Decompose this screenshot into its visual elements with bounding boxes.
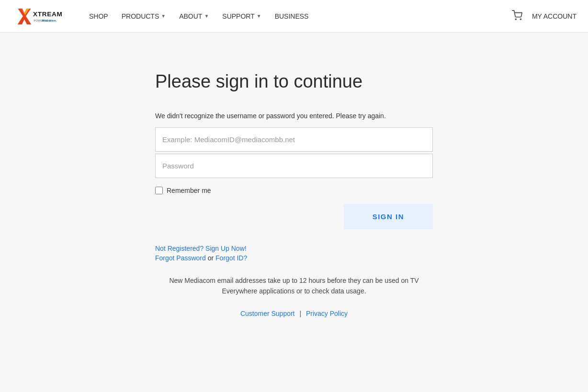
sign-in-row: SIGN IN — [155, 204, 433, 229]
email-field-wrap — [155, 127, 433, 153]
remember-me-checkbox[interactable] — [155, 187, 163, 194]
sign-in-button[interactable]: SIGN IN — [344, 204, 433, 229]
logo[interactable]: XTREAM POWERED BY Mediacom. — [11, 4, 69, 28]
nav-item-products[interactable]: PRODUCTS ▼ — [117, 9, 170, 24]
footer-links: Customer Support | Privacy Policy — [155, 310, 433, 317]
customer-support-link[interactable]: Customer Support — [240, 310, 295, 317]
svg-marker-0 — [18, 8, 32, 24]
error-message: We didn't recognize the username or pass… — [155, 112, 433, 120]
main-nav: SHOP PRODUCTS ▼ ABOUT ▼ SUPPORT ▼ BUSINE… — [84, 9, 313, 24]
forgot-password-link[interactable]: Forgot Password — [155, 254, 206, 262]
nav-item-support[interactable]: SUPPORT ▼ — [217, 9, 266, 24]
cart-icon[interactable] — [512, 10, 522, 22]
links-section: Not Registered? Sign Up Now! Forgot Pass… — [155, 245, 433, 262]
info-text: New Mediacom email addresses take up to … — [155, 275, 433, 297]
or-text: or — [208, 254, 214, 262]
nav-item-about[interactable]: ABOUT ▼ — [174, 9, 214, 24]
nav-item-business[interactable]: BUSINESS — [270, 9, 314, 24]
support-chevron-icon: ▼ — [257, 13, 261, 19]
privacy-policy-link[interactable]: Privacy Policy — [306, 310, 348, 317]
email-input[interactable] — [155, 127, 433, 152]
svg-point-5 — [515, 19, 516, 20]
login-form-container: Please sign in to continue We didn't rec… — [155, 71, 433, 317]
password-input[interactable] — [155, 154, 433, 178]
about-chevron-icon: ▼ — [204, 13, 209, 19]
not-registered-link[interactable]: Not Registered? Sign Up Now! — [155, 245, 247, 252]
products-chevron-icon: ▼ — [161, 13, 166, 19]
my-account-link[interactable]: MY ACCOUNT — [532, 12, 577, 20]
remember-me-label[interactable]: Remember me — [167, 187, 211, 194]
forgot-id-link[interactable]: Forgot ID? — [215, 254, 247, 262]
header-left: XTREAM POWERED BY Mediacom. SHOP PRODUCT… — [11, 4, 313, 28]
header-right: MY ACCOUNT — [512, 10, 577, 22]
pipe-separator: | — [299, 310, 301, 317]
password-field-wrap — [155, 154, 433, 179]
register-line: Not Registered? Sign Up Now! — [155, 245, 433, 252]
nav-item-shop[interactable]: SHOP — [84, 9, 113, 24]
svg-point-6 — [520, 19, 521, 20]
site-header: XTREAM POWERED BY Mediacom. SHOP PRODUCT… — [0, 0, 588, 33]
main-content: Please sign in to continue We didn't rec… — [0, 33, 588, 317]
forgot-line: Forgot Password or Forgot ID? — [155, 254, 433, 262]
page-title: Please sign in to continue — [155, 71, 433, 93]
svg-text:Mediacom.: Mediacom. — [42, 19, 57, 22]
svg-text:XTREAM: XTREAM — [33, 11, 63, 18]
remember-me-row: Remember me — [155, 187, 433, 194]
